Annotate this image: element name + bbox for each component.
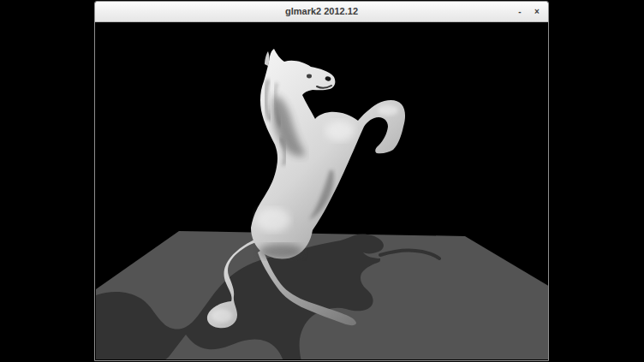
screenshot-root: glmark2 2012.12 - ×: [0, 0, 644, 362]
gl-render-viewport: [95, 22, 548, 359]
glmark2-window: glmark2 2012.12 - ×: [94, 1, 549, 361]
scene-canvas: [95, 22, 548, 359]
close-button[interactable]: ×: [528, 2, 546, 21]
window-titlebar[interactable]: glmark2 2012.12 - ×: [95, 2, 548, 22]
horse-eye: [307, 74, 312, 79]
minimize-button[interactable]: -: [510, 2, 529, 21]
window-title: glmark2 2012.12: [95, 2, 548, 21]
